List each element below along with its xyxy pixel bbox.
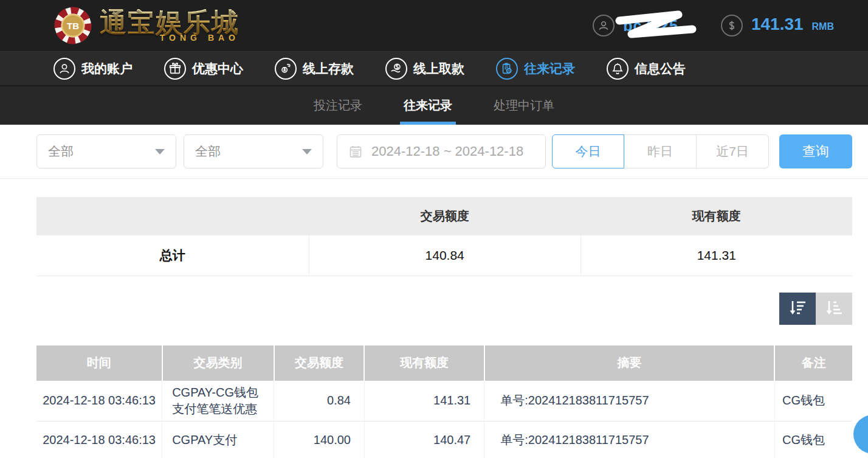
chevron-down-icon bbox=[155, 149, 165, 154]
summary-header-transaction: 交易额度 bbox=[309, 197, 580, 235]
user-account[interactable]: bc7325 bbox=[593, 15, 678, 36]
nav-item-withdraw[interactable]: 线上取款 bbox=[385, 58, 464, 80]
brand-title: 通宝娱乐城 bbox=[100, 9, 239, 36]
quick-label: 近7日 bbox=[716, 143, 749, 160]
sort-ascending-icon bbox=[824, 299, 844, 317]
cell-time: 2024-12-18 03:46:13 bbox=[36, 421, 162, 458]
summary-current-total: 141.31 bbox=[580, 235, 852, 276]
cell-balance: 140.47 bbox=[364, 421, 484, 458]
nav-label: 信息公告 bbox=[635, 60, 686, 77]
user-icon bbox=[53, 58, 75, 80]
quick-range-group: 今日 昨日 近7日 bbox=[552, 134, 769, 168]
nav-item-deposit[interactable]: 线上存款 bbox=[275, 58, 354, 80]
dollar-icon bbox=[721, 15, 743, 36]
cell-amount: 140.00 bbox=[274, 421, 365, 458]
sort-descending-button[interactable] bbox=[779, 293, 816, 325]
chevron-down-icon bbox=[302, 149, 312, 154]
tab-label: 往来记录 bbox=[404, 97, 452, 114]
withdraw-icon bbox=[385, 58, 407, 80]
balance-currency: RMB bbox=[812, 21, 834, 32]
type-select-2[interactable]: 全部 bbox=[184, 134, 323, 168]
col-header-balance: 现有额度 bbox=[364, 345, 484, 381]
cell-summary: 单号:202412183811715757 bbox=[484, 381, 775, 422]
cell-type: CGPAY支付 bbox=[162, 421, 274, 458]
nav-label: 线上取款 bbox=[413, 60, 464, 77]
top-header: TB 通宝娱乐城 TONG BAO bc7325 bbox=[0, 0, 868, 51]
tab-label: 投注记录 bbox=[314, 97, 362, 114]
sort-ascending-button[interactable] bbox=[816, 293, 852, 325]
quick-range-today[interactable]: 今日 bbox=[552, 134, 624, 168]
date-range-value: 2024-12-18 ~ 2024-12-18 bbox=[371, 144, 523, 159]
svg-text:TB: TB bbox=[67, 21, 79, 31]
search-button[interactable]: 查询 bbox=[779, 134, 852, 168]
sort-descending-icon bbox=[788, 299, 807, 317]
summary-total-label: 总计 bbox=[36, 235, 309, 276]
cell-remark: CG钱包 bbox=[774, 381, 852, 422]
nav-item-transaction-records[interactable]: 往来记录 bbox=[496, 58, 575, 80]
summary-table: 交易额度 现有额度 总计 140.84 141.31 bbox=[36, 197, 852, 276]
summary-transaction-total: 140.84 bbox=[309, 235, 580, 276]
tab-transaction-records[interactable]: 往来记录 bbox=[400, 86, 456, 125]
user-avatar-icon bbox=[593, 15, 615, 36]
nav-label: 线上存款 bbox=[303, 60, 354, 77]
cell-remark: CG钱包 bbox=[774, 421, 852, 458]
quick-label: 昨日 bbox=[647, 143, 673, 160]
cell-summary: 单号:202412183811715757 bbox=[484, 421, 775, 458]
quick-range-yesterday[interactable]: 昨日 bbox=[624, 134, 697, 168]
nav-item-announcements[interactable]: 信息公告 bbox=[607, 58, 686, 80]
tab-betting-records[interactable]: 投注记录 bbox=[310, 86, 366, 125]
main-nav: 我的账户 优惠中心 线上存款 线上取款 bbox=[0, 51, 868, 86]
col-header-time: 时间 bbox=[36, 345, 162, 381]
gift-icon bbox=[164, 58, 186, 80]
type-select-1[interactable]: 全部 bbox=[36, 134, 176, 168]
cell-time: 2024-12-18 03:46:13 bbox=[36, 381, 162, 422]
summary-header-current: 现有额度 bbox=[580, 197, 852, 235]
summary-total-row: 总计 140.84 141.31 bbox=[36, 235, 852, 276]
casino-chip-icon: TB bbox=[53, 6, 92, 45]
nav-label: 往来记录 bbox=[524, 60, 575, 77]
balance-amount: 141.31 bbox=[751, 15, 804, 34]
records-header-row: 时间 交易类别 交易额度 现有额度 摘要 备注 bbox=[36, 345, 852, 381]
col-header-remark: 备注 bbox=[774, 345, 852, 381]
quick-label: 今日 bbox=[576, 143, 601, 160]
records-table: 时间 交易类别 交易额度 现有额度 摘要 备注 2024-12-18 03:46… bbox=[36, 345, 852, 458]
table-row: 2024-12-18 03:46:13 CGPAY-CG钱包支付笔笔送优惠 0.… bbox=[36, 381, 852, 422]
brand-logo[interactable]: TB 通宝娱乐城 TONG BAO bbox=[53, 6, 239, 45]
select-value: 全部 bbox=[195, 143, 221, 160]
nav-label: 我的账户 bbox=[81, 60, 133, 77]
date-range-input[interactable]: 2024-12-18 ~ 2024-12-18 bbox=[337, 134, 546, 168]
balance-display[interactable]: 141.31 RMB bbox=[721, 15, 834, 36]
deposit-icon bbox=[275, 58, 297, 80]
nav-label: 优惠中心 bbox=[192, 60, 243, 77]
col-header-summary: 摘要 bbox=[484, 345, 775, 381]
username-text: bc7325 bbox=[623, 17, 678, 35]
calendar-icon bbox=[348, 144, 363, 159]
cell-amount: 0.84 bbox=[274, 381, 365, 422]
quick-range-last7days[interactable]: 近7日 bbox=[697, 134, 769, 168]
summary-header-empty bbox=[36, 197, 309, 235]
records-icon bbox=[496, 58, 518, 80]
summary-header-row: 交易额度 现有额度 bbox=[36, 197, 852, 235]
record-tabs: 投注记录 往来记录 处理中订单 bbox=[0, 86, 868, 125]
cell-type: CGPAY-CG钱包支付笔笔送优惠 bbox=[162, 381, 274, 422]
sort-controls bbox=[0, 293, 852, 325]
table-row: 2024-12-18 03:46:13 CGPAY支付 140.00 140.4… bbox=[36, 421, 852, 458]
nav-item-my-account[interactable]: 我的账户 bbox=[53, 58, 133, 80]
section-divider bbox=[0, 178, 868, 179]
floating-action-button[interactable] bbox=[853, 415, 868, 454]
tab-label: 处理中订单 bbox=[494, 97, 554, 114]
bell-icon bbox=[607, 58, 629, 80]
tab-pending-orders[interactable]: 处理中订单 bbox=[490, 86, 558, 125]
col-header-type: 交易类别 bbox=[162, 345, 274, 381]
filter-bar: 全部 全部 2024-12-18 ~ 2024-12-18 今日 昨日 近7日 … bbox=[36, 134, 852, 168]
col-header-amount: 交易额度 bbox=[274, 345, 365, 381]
cell-balance: 141.31 bbox=[364, 381, 484, 422]
select-value: 全部 bbox=[48, 143, 74, 160]
nav-item-promotions[interactable]: 优惠中心 bbox=[164, 58, 243, 80]
